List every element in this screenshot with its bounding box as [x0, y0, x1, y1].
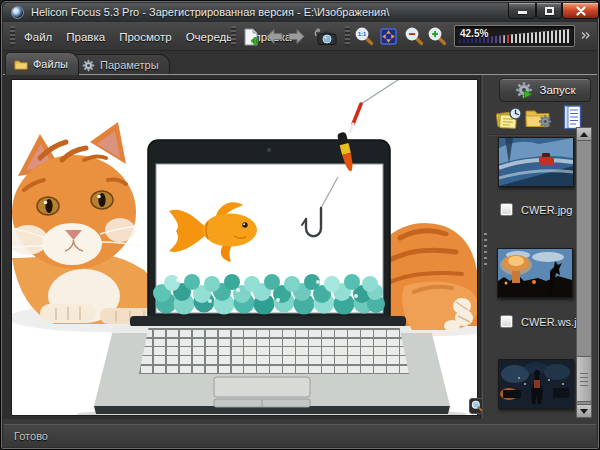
maximize-icon	[545, 7, 554, 15]
notes-clock-icon	[496, 107, 522, 130]
zoom-out-icon	[405, 27, 424, 46]
status-text: Готово	[14, 430, 48, 442]
laptop-keyboard	[139, 328, 409, 374]
close-button[interactable]	[562, 3, 599, 19]
zoom-percent-label: 42.5%	[460, 28, 488, 39]
arrow-up-icon	[580, 132, 588, 137]
minimize-icon	[518, 11, 527, 14]
thumbnail-1[interactable]	[498, 137, 574, 187]
tab-bar: Файлы Параметры	[3, 51, 597, 75]
camera-button[interactable]	[311, 25, 339, 48]
zoom-out-button[interactable]	[403, 25, 426, 48]
scroll-down-button[interactable]	[576, 404, 592, 418]
folder-icon	[14, 59, 28, 70]
zoom-level-meter[interactable]: 42.5%	[454, 25, 575, 47]
camera-icon	[312, 28, 338, 46]
cat-right-paw	[402, 281, 477, 332]
navigator-icon	[379, 27, 398, 46]
preview-image[interactable]	[12, 80, 477, 415]
tab-parameters-label: Параметры	[100, 59, 159, 71]
titlebar[interactable]: Helicon Focus 5.3 Pro - Зарегистрированн…	[3, 3, 597, 22]
minimize-button[interactable]	[508, 3, 536, 19]
arrow-down-icon	[580, 409, 588, 414]
menu-file[interactable]: Файл	[17, 29, 59, 45]
thumbnail-scrollbar[interactable]	[576, 127, 592, 418]
status-bar: Готово	[4, 424, 596, 447]
folder-gear-icon	[525, 107, 553, 130]
zoom-actual-size-icon: 1:1	[355, 27, 374, 46]
thumbnail-3[interactable]	[498, 359, 574, 409]
window-title: Helicon Focus 5.3 Pro - Зарегистрированн…	[31, 6, 389, 18]
zoom-in-button[interactable]	[426, 25, 449, 48]
file-1-checkbox[interactable]	[500, 203, 513, 216]
folder-settings-button[interactable]	[524, 105, 554, 131]
sidebar-splitter[interactable]	[484, 233, 487, 267]
toolbar-grip[interactable]	[345, 26, 350, 46]
navigator-button[interactable]	[377, 25, 400, 48]
glass-pebbles	[153, 274, 385, 315]
file-1-name[interactable]: CWER.jpg	[521, 204, 572, 216]
toolbar: Файл Правка Просмотр Очередь Справка	[3, 22, 597, 51]
scrollbar-thumb[interactable]	[576, 356, 592, 402]
back-arrow-icon	[266, 29, 283, 44]
thumbnail-1-image	[499, 138, 573, 186]
thumbnail-2[interactable]	[497, 248, 573, 298]
back-button[interactable]	[263, 25, 286, 48]
content-divider	[3, 74, 597, 75]
file-list-icon	[562, 105, 583, 130]
file-row-1: CWER.jpg	[500, 203, 572, 216]
menu-view[interactable]: Просмотр	[112, 29, 179, 45]
tab-files-label: Файлы	[33, 58, 68, 70]
tab-files[interactable]: Файлы	[5, 52, 79, 75]
preview-panel	[3, 75, 481, 419]
gear-icon	[82, 59, 95, 72]
app-icon[interactable]	[11, 6, 24, 19]
scroll-up-button[interactable]	[576, 127, 592, 141]
maximize-button[interactable]	[536, 3, 562, 19]
run-button[interactable]: Запуск	[499, 78, 591, 102]
file-2-checkbox[interactable]	[500, 315, 513, 328]
tab-parameters[interactable]: Параметры	[73, 54, 170, 75]
toolbar-grip[interactable]	[231, 26, 236, 46]
svg-text:1:1: 1:1	[358, 31, 366, 37]
new-file-icon	[242, 28, 260, 46]
toolbar-grip[interactable]	[10, 26, 15, 46]
run-gear-icon	[515, 81, 533, 99]
zoom-actual-size-button[interactable]: 1:1	[353, 25, 376, 48]
forward-arrow-icon	[288, 29, 305, 44]
menu-edit[interactable]: Правка	[59, 29, 112, 45]
thumbnail-3-image	[499, 360, 573, 408]
file-sidebar: Запуск	[482, 75, 596, 419]
queue-history-button[interactable]	[494, 105, 524, 131]
toolbar-overflow-button[interactable]	[581, 26, 593, 36]
forward-button[interactable]	[285, 25, 308, 48]
close-icon	[576, 6, 586, 16]
zoom-in-icon	[428, 27, 447, 46]
run-button-label: Запуск	[540, 84, 576, 96]
app-window: Helicon Focus 5.3 Pro - Зарегистрированн…	[0, 0, 600, 450]
new-file-button[interactable]	[239, 25, 262, 48]
chevron-right-icon	[581, 31, 591, 40]
thumbnail-2-image	[498, 249, 572, 297]
